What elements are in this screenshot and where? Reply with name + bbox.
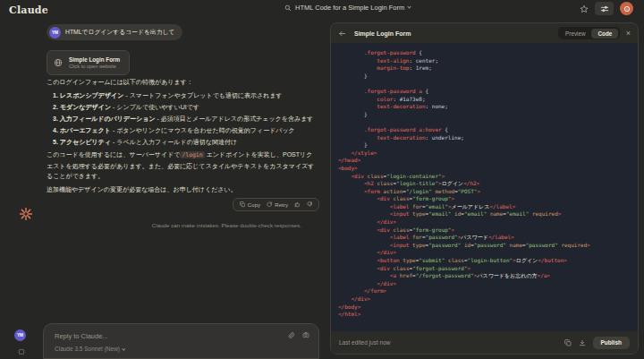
paperclip-icon: [288, 331, 295, 338]
aperture-icon: [623, 4, 631, 13]
code-line: <div class="form-group">: [338, 227, 634, 235]
code-line: .forgot-password a:hover {: [338, 126, 634, 134]
close-icon[interactable]: ×: [626, 30, 631, 38]
chevron-down-icon: [122, 346, 125, 350]
code-line: }: [338, 73, 634, 81]
retry-icon: [267, 201, 273, 208]
tab-code[interactable]: Code: [591, 29, 618, 38]
thumbs-up-button[interactable]: [294, 201, 301, 208]
code-editor[interactable]: .forgot-password { text-align: center; m…: [331, 43, 638, 331]
retry-button[interactable]: Retry: [267, 201, 288, 208]
copy-code-button[interactable]: [564, 339, 572, 346]
code-line: <form action="/login" method="POST">: [338, 188, 634, 196]
code-line: text-decoration: none;: [338, 103, 634, 111]
camera-icon: [302, 331, 309, 338]
copy-button[interactable]: Copy: [240, 201, 260, 208]
artifact-card-title: Simple Login Form: [69, 56, 120, 64]
arrow-left-icon: [338, 30, 346, 38]
code-line: </div>: [338, 249, 634, 257]
sliders-icon: [600, 4, 609, 13]
tab-preview[interactable]: Preview: [559, 29, 591, 38]
code-line: text-align: center;: [338, 57, 634, 65]
assistant-message: このログインフォームには以下の特徴があります： 1. レスポンシブデザイン - …: [47, 77, 318, 197]
code-line: <body>: [338, 165, 634, 173]
code-line: </form>: [338, 287, 634, 295]
intro-paragraph: このログインフォームには以下の特徴があります：: [47, 77, 318, 88]
list-item: 1. レスポンシブデザイン - スマートフォンやタブレットでも適切に表示されます: [53, 90, 318, 101]
artifact-card-subtitle: Click to open website: [69, 64, 120, 70]
star-button[interactable]: [580, 4, 589, 13]
code-line: <button type="submit" class="login-butto…: [338, 257, 634, 265]
list-item: 4. ホバーエフェクト - ボタンやリンクにマウスを合わせた時の視覚的フィードバ…: [53, 125, 318, 136]
code-line: margin-top: 1rem;: [338, 64, 634, 73]
camera-button[interactable]: [302, 331, 309, 338]
code-line: <a href="/forgot-password">パスワードをお忘れの方</…: [338, 272, 634, 280]
user-message-bubble: YM HTMLでログインするコードを出力して: [47, 24, 182, 40]
code-line: <div class="forgot-password">: [338, 265, 634, 273]
download-button[interactable]: [579, 339, 586, 346]
publish-button[interactable]: Publish: [593, 337, 630, 349]
copy-icon: [564, 339, 572, 346]
code-line: <input type="email" id="email" name="ema…: [338, 210, 634, 218]
inline-code-login: /login: [180, 151, 204, 158]
message-action-bar: Copy Retry: [233, 198, 319, 211]
screenshot-tool-icon[interactable]: [18, 348, 25, 355]
code-line: .forgot-password {: [338, 49, 634, 57]
thumbs-down-icon: [307, 201, 313, 208]
search-icon: [284, 4, 292, 12]
topbar-actions: [580, 2, 633, 15]
code-line: <h2 class="login-title">ログイン</h2>: [338, 180, 634, 188]
star-icon: [580, 4, 589, 13]
reply-placeholder: Reply to Claude...: [55, 332, 309, 340]
model-selector[interactable]: Claude 3.5 Sonnet (New): [55, 346, 125, 352]
reply-input[interactable]: Reply to Claude... Claude 3.5 Sonnet (Ne…: [43, 323, 319, 359]
closing-paragraph: 追加機能やデザインの変更が必要な場合は、お申し付けください。: [47, 184, 318, 195]
artifact-card-simple-login-form[interactable]: Simple Login Form Click to open website: [47, 50, 130, 75]
code-line: <input type="password" id="password" nam…: [338, 242, 634, 250]
code-line: </head>: [338, 157, 634, 165]
code-line: </div>: [338, 295, 634, 303]
user-message-text: HTMLでログインするコードを出力して: [65, 28, 174, 37]
code-line: </div>: [338, 280, 634, 288]
thumbs-up-icon: [294, 201, 301, 208]
usage-paragraph: このコードを使用するには、サーバーサイドで/login エンドポイントを実装し、…: [47, 150, 318, 182]
artifact-panel: Simple Login Form Preview Code × .forgot…: [330, 22, 639, 355]
code-line: [338, 80, 634, 88]
code-line: <div class="form-group">: [338, 195, 634, 203]
code-line: <label for="email">メールアドレス</label>: [338, 203, 634, 211]
chevron-down-icon: [408, 4, 411, 8]
claude-logo[interactable]: Claude: [9, 4, 48, 16]
conversation-title-menu[interactable]: HTML Code for a Simple Login Form: [284, 4, 411, 12]
list-item: 2. モダンなデザイン - シンプルで使いやすいUIです: [53, 102, 318, 113]
code-line: }: [338, 141, 634, 150]
code-line: </div>: [338, 218, 634, 227]
code-line: [338, 118, 634, 126]
code-line: </body>: [338, 303, 634, 312]
globe-icon: [54, 58, 63, 67]
thumbs-down-button[interactable]: [307, 201, 313, 208]
copy-icon: [240, 201, 246, 208]
back-button[interactable]: [338, 30, 346, 38]
claude-starburst-logo: [20, 208, 32, 220]
code-line: </html>: [338, 311, 634, 319]
code-line: color: #1a73e8;: [338, 96, 634, 104]
artifact-footer: Last edited just now Publish: [331, 331, 638, 354]
download-icon: [579, 339, 586, 346]
list-item: 3. 入力フィールドのバリデーション - 必須項目とメールアドレスの形式チェック…: [53, 114, 318, 124]
code-line: </style>: [338, 150, 634, 158]
settings-sliders-button[interactable]: [595, 2, 614, 15]
list-item: 5. アクセシビリティ - ラベルと入力フィールドの適切な関連付け: [53, 137, 318, 148]
user-avatar: YM: [49, 27, 61, 38]
composer-user-avatar[interactable]: YM: [14, 329, 26, 341]
artifact-title: Simple Login Form: [354, 30, 411, 37]
code-line: .forgot-password a {: [338, 88, 634, 96]
top-bar: Claude HTML Code for a Simple Login Form: [0, 0, 644, 21]
view-toggle: Preview Code: [558, 27, 620, 39]
conversation-title: HTML Code for a Simple Login Form: [295, 4, 404, 12]
attach-button[interactable]: [288, 331, 295, 338]
extension-avatar-button[interactable]: [620, 2, 633, 15]
code-line: <label for="password">パスワード</label>: [338, 234, 634, 242]
code-line: <div class="login-container">: [338, 173, 634, 181]
disclaimer-text: Claude can make mistakes. Please double-…: [152, 222, 301, 228]
code-line: }: [338, 111, 634, 119]
